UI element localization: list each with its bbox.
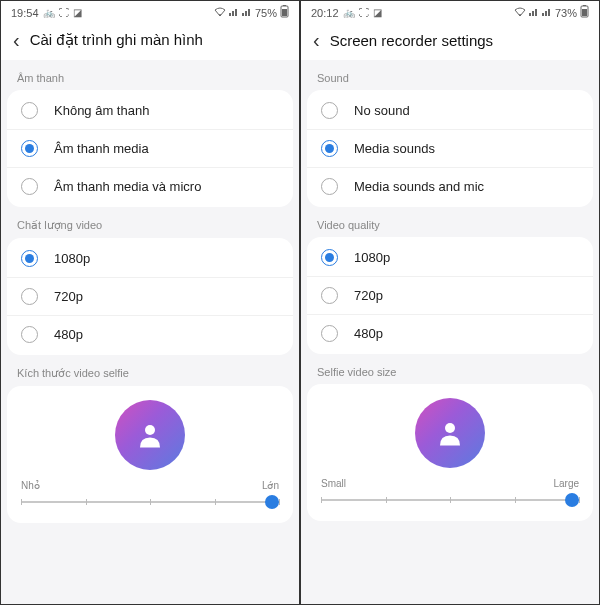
slider-max-label: Large <box>553 478 579 489</box>
sound-option-media[interactable]: Âm thanh media <box>7 130 293 168</box>
wifi-icon <box>514 7 526 19</box>
ar-icon: ◪ <box>373 7 382 18</box>
radio-icon <box>321 178 338 195</box>
radio-icon <box>321 287 338 304</box>
selfie-avatar-icon <box>115 400 185 470</box>
page-title: Cài đặt trình ghi màn hình <box>30 31 203 49</box>
radio-icon <box>321 140 338 157</box>
signal-icon <box>529 7 539 18</box>
wifi-icon <box>214 7 226 19</box>
clock: 19:54 <box>11 7 39 19</box>
svg-point-0 <box>219 14 221 16</box>
option-label: 720p <box>54 289 83 304</box>
option-label: Âm thanh media và micro <box>54 179 201 194</box>
phone-left: 19:54 🚲 ⛶ ◪ 75% ‹ Cài đặt trình ghi màn … <box>0 0 300 605</box>
header: ‹ Cài đặt trình ghi màn hình <box>1 22 299 60</box>
svg-rect-2 <box>283 5 286 6</box>
signal-icon <box>229 7 239 18</box>
ar-icon: ◪ <box>73 7 82 18</box>
slider-tick <box>579 497 580 503</box>
sound-option-none[interactable]: Không âm thanh <box>7 92 293 130</box>
option-label: Không âm thanh <box>54 103 149 118</box>
quality-option-1080p[interactable]: 1080p <box>7 240 293 278</box>
option-label: No sound <box>354 103 410 118</box>
quality-option-480p[interactable]: 480p <box>307 315 593 352</box>
svg-rect-7 <box>583 5 586 6</box>
slider-tick <box>321 497 322 503</box>
radio-icon <box>321 102 338 119</box>
svg-point-5 <box>519 14 521 16</box>
sound-option-media-mic[interactable]: Media sounds and mic <box>307 168 593 205</box>
selfie-card: Nhỏ Lớn <box>7 386 293 523</box>
selfie-section-label: Selfie video size <box>301 354 599 384</box>
radio-icon <box>21 250 38 267</box>
selfie-section-label: Kích thước video selfie <box>1 355 299 386</box>
signal2-icon <box>242 7 252 18</box>
battery-text: 75% <box>255 7 277 19</box>
sound-option-media[interactable]: Media sounds <box>307 130 593 168</box>
selfie-size-slider[interactable] <box>21 495 279 509</box>
back-icon[interactable]: ‹ <box>13 30 20 50</box>
quality-section-label: Video quality <box>301 207 599 237</box>
slider-tick <box>515 497 516 503</box>
svg-point-4 <box>145 425 155 435</box>
battery-icon <box>580 5 589 20</box>
camera-icon: ⛶ <box>59 7 69 18</box>
clock: 20:12 <box>311 7 339 19</box>
option-label: 1080p <box>54 251 90 266</box>
slider-thumb[interactable] <box>265 495 279 509</box>
bike-icon: 🚲 <box>43 7 55 18</box>
selfie-avatar-icon <box>415 398 485 468</box>
status-bar: 19:54 🚲 ⛶ ◪ 75% <box>1 1 299 22</box>
radio-icon <box>321 325 338 342</box>
selfie-card: Small Large <box>307 384 593 521</box>
quality-section-label: Chất lượng video <box>1 207 299 238</box>
bike-icon: 🚲 <box>343 7 355 18</box>
sound-option-none[interactable]: No sound <box>307 92 593 130</box>
quality-card: 1080p 720p 480p <box>7 238 293 355</box>
slider-min-label: Nhỏ <box>21 480 40 491</box>
sound-option-media-mic[interactable]: Âm thanh media và micro <box>7 168 293 205</box>
option-label: 1080p <box>354 250 390 265</box>
slider-tick <box>21 499 22 505</box>
selfie-size-slider[interactable] <box>321 493 579 507</box>
quality-option-720p[interactable]: 720p <box>307 277 593 315</box>
option-label: Âm thanh media <box>54 141 149 156</box>
radio-icon <box>21 102 38 119</box>
battery-text: 73% <box>555 7 577 19</box>
battery-icon <box>280 5 289 20</box>
quality-option-480p[interactable]: 480p <box>7 316 293 353</box>
slider-min-label: Small <box>321 478 346 489</box>
option-label: Media sounds and mic <box>354 179 484 194</box>
radio-icon <box>21 140 38 157</box>
svg-rect-3 <box>282 9 287 16</box>
radio-icon <box>21 288 38 305</box>
phone-right: 20:12 🚲 ⛶ ◪ 73% ‹ Screen recorder settin… <box>300 0 600 605</box>
svg-point-9 <box>445 423 455 433</box>
radio-icon <box>321 249 338 266</box>
camera-icon: ⛶ <box>359 7 369 18</box>
signal2-icon <box>542 7 552 18</box>
radio-icon <box>21 326 38 343</box>
quality-option-720p[interactable]: 720p <box>7 278 293 316</box>
slider-max-label: Lớn <box>262 480 279 491</box>
option-label: 720p <box>354 288 383 303</box>
page-title: Screen recorder settings <box>330 32 493 49</box>
option-label: Media sounds <box>354 141 435 156</box>
header: ‹ Screen recorder settings <box>301 22 599 60</box>
option-label: 480p <box>354 326 383 341</box>
option-label: 480p <box>54 327 83 342</box>
back-icon[interactable]: ‹ <box>313 30 320 50</box>
sound-section-label: Âm thanh <box>1 60 299 90</box>
sound-section-label: Sound <box>301 60 599 90</box>
svg-rect-8 <box>582 9 587 16</box>
slider-tick <box>86 499 87 505</box>
radio-icon <box>21 178 38 195</box>
slider-tick <box>215 499 216 505</box>
slider-tick <box>150 499 151 505</box>
slider-tick <box>279 499 280 505</box>
quality-option-1080p[interactable]: 1080p <box>307 239 593 277</box>
sound-card: No sound Media sounds Media sounds and m… <box>307 90 593 207</box>
slider-tick <box>386 497 387 503</box>
slider-thumb[interactable] <box>565 493 579 507</box>
